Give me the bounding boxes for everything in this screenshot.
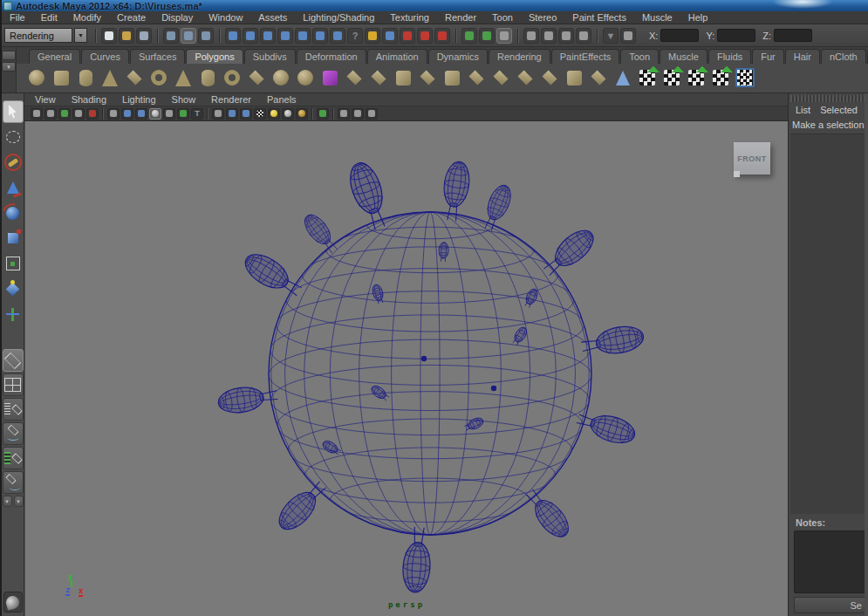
shelf-tab[interactable]: Toon <box>620 49 659 64</box>
shelf-tab[interactable]: Muscle <box>660 49 707 64</box>
status-separator[interactable] <box>92 28 99 44</box>
panel-menu-item[interactable]: Show <box>172 94 205 105</box>
triangulate-icon[interactable] <box>416 66 439 89</box>
xray-icon[interactable] <box>163 108 175 120</box>
make-live-icon[interactable] <box>312 28 328 44</box>
status-separator[interactable] <box>453 28 459 44</box>
panel-menu-item[interactable]: Panels <box>267 94 305 105</box>
boolean-union-icon[interactable] <box>270 66 292 89</box>
shelf-menu-arrow-icon[interactable]: ▼ <box>2 62 16 72</box>
toolbar-separator[interactable] <box>310 108 315 120</box>
extrude-icon[interactable] <box>563 66 585 89</box>
panel-drag-handle[interactable] <box>790 95 866 102</box>
poly-cone-icon[interactable] <box>99 66 121 89</box>
mirror-geometry-icon[interactable] <box>343 66 366 89</box>
toolbar-separator[interactable] <box>331 108 336 120</box>
all-lights-icon[interactable] <box>268 108 280 120</box>
layout-outliner-persp[interactable] <box>3 398 24 421</box>
open-scene-icon[interactable] <box>119 28 134 44</box>
menu-item[interactable]: Stereo <box>521 12 564 23</box>
isolate-select-icon[interactable] <box>338 108 350 120</box>
status-separator[interactable] <box>515 28 521 44</box>
poly-pipe-icon[interactable] <box>196 66 219 89</box>
uv-planar-map-icon[interactable] <box>636 66 659 89</box>
uv-spherical-map-icon[interactable] <box>685 66 707 89</box>
construction-history-icon[interactable] <box>496 28 512 44</box>
menu-item[interactable]: Help <box>680 12 716 23</box>
shelf-tab[interactable]: nCloth <box>821 49 866 64</box>
split-polygon-icon[interactable] <box>514 66 537 89</box>
layout-persp-outliner-graph[interactable] <box>3 471 24 494</box>
ipr-render-icon[interactable] <box>541 28 557 44</box>
new-scene-icon[interactable] <box>101 28 117 44</box>
textured-cube-icon[interactable] <box>240 108 252 120</box>
status-separator[interactable] <box>216 28 222 44</box>
toolbar-separator[interactable] <box>100 108 106 120</box>
default-material-icon[interactable] <box>149 108 161 120</box>
menu-item[interactable]: Modify <box>65 12 109 23</box>
snap-grid-icon[interactable] <box>225 28 241 44</box>
layout-hypershade-persp[interactable] <box>3 447 24 469</box>
poly-pyramid-icon[interactable] <box>172 66 195 89</box>
attribute-editor-menu-item[interactable]: Selected <box>820 105 858 115</box>
attribute-editor-menu-item[interactable]: List <box>796 105 810 115</box>
camera-attributes-icon[interactable] <box>44 108 57 120</box>
show-manipulator-tool[interactable] <box>3 303 24 325</box>
shelf-tab[interactable]: Surfaces <box>130 49 185 64</box>
boolean-difference-icon[interactable] <box>294 66 317 89</box>
fold-icon[interactable] <box>538 66 561 89</box>
snap-viewplane-icon[interactable] <box>295 28 311 44</box>
poly-torus-icon[interactable] <box>147 66 170 89</box>
bookmark-icon[interactable] <box>58 108 71 120</box>
isolate-frame-icon[interactable] <box>352 108 364 120</box>
notes-textarea[interactable] <box>794 530 868 593</box>
menu-item[interactable]: Assets <box>250 12 295 23</box>
shelf-tab[interactable]: Animation <box>367 49 427 64</box>
scale-tool[interactable] <box>3 227 24 250</box>
shaded-display-icon[interactable] <box>135 108 147 120</box>
append-polygon-icon[interactable] <box>489 66 512 89</box>
menuset-value[interactable]: Rendering <box>4 28 72 43</box>
panel-menu-item[interactable]: Renderer <box>211 94 260 105</box>
render-settings-icon[interactable] <box>576 28 591 44</box>
panel-menu-item[interactable]: Shading <box>72 94 115 105</box>
layout-persp-graph[interactable] <box>3 422 24 445</box>
bevel-icon[interactable] <box>441 66 463 89</box>
shelf-tab[interactable]: Polygons <box>186 49 243 64</box>
highlight-selection-icon[interactable] <box>382 28 398 44</box>
quad-draw-icon[interactable] <box>587 66 610 89</box>
snap-magnet-icon[interactable] <box>400 28 415 44</box>
shelf-tab[interactable]: Deformation <box>297 49 366 64</box>
perspective-viewport[interactable]: FRONT y z x persp <box>24 121 788 616</box>
poly-plane-icon[interactable] <box>123 66 146 89</box>
uv-editor-icon[interactable] <box>734 66 756 89</box>
poly-sphere-icon[interactable] <box>25 66 48 89</box>
status-separator[interactable] <box>594 28 600 44</box>
shelf-tab[interactable]: Fur <box>752 49 784 64</box>
shelf-tab[interactable]: Hair <box>785 49 820 64</box>
checker-sphere-icon[interactable] <box>254 108 266 120</box>
move-tool[interactable] <box>3 176 24 199</box>
bridge-icon[interactable] <box>465 66 488 89</box>
lasso-tool[interactable] <box>3 126 24 148</box>
menu-item[interactable]: File <box>2 12 33 23</box>
z-input[interactable] <box>774 29 812 42</box>
absolute-transform-icon[interactable] <box>620 28 636 44</box>
status-separator[interactable] <box>154 28 161 44</box>
shelf-tab[interactable]: General <box>29 49 80 64</box>
film-gate-icon[interactable] <box>121 108 133 120</box>
shelf-tab[interactable]: Dynamics <box>428 49 488 64</box>
menu-item[interactable]: Lighting/Shading <box>295 12 382 23</box>
virus-wireframe-model[interactable] <box>25 121 788 614</box>
image-plane-icon[interactable] <box>72 108 85 120</box>
shelf-tab[interactable]: PaintEffects <box>551 49 620 64</box>
snap-point-icon[interactable] <box>260 28 276 44</box>
lock-selection-icon[interactable] <box>365 28 380 44</box>
wireframe-on-shaded-icon[interactable] <box>107 108 120 120</box>
select-tool[interactable] <box>3 100 24 123</box>
snap-curve-icon[interactable] <box>243 28 258 44</box>
snap-magnet-icon[interactable] <box>417 28 433 44</box>
share-nodes-icon[interactable] <box>366 108 378 120</box>
cancel-render-icon[interactable] <box>558 28 574 44</box>
uv-automatic-map-icon[interactable] <box>709 66 732 89</box>
